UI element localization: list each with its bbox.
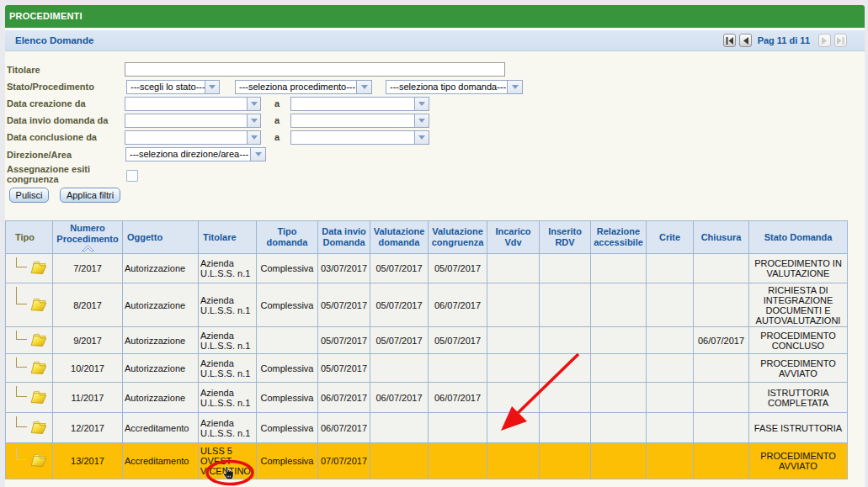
col-valutazione-domanda[interactable]: Valutazione domanda [370, 221, 429, 254]
stato-combo[interactable]: ---scegli lo stato--- [126, 80, 220, 94]
pulisci-button[interactable]: Pulisci [9, 188, 49, 203]
crite-cell [647, 383, 694, 413]
column-header-label: Relazione accessibile [594, 226, 643, 247]
stato-domanda-cell: PROCEDIMENTO CONCLUSO [749, 327, 848, 354]
table-row[interactable]: 11/2017AutorizzazioneAzienda U.L.S.S. n.… [6, 383, 848, 413]
data-invio-a[interactable] [290, 114, 429, 128]
stato-combo-value: ---scegli lo stato--- [126, 80, 205, 94]
data-invio-da[interactable] [125, 114, 261, 128]
data-conclusione-a[interactable] [290, 130, 429, 145]
data-invio-cell: 05/07/2017 [318, 354, 370, 383]
data-conclusione-a-value [290, 130, 414, 145]
titolare-cell[interactable]: Azienda U.L.S.S. n.1 [199, 354, 257, 383]
crite-cell [647, 327, 694, 354]
oggetto-cell: Autorizzazione [123, 327, 199, 354]
tipo-domanda-combo-dropdown-button[interactable] [507, 80, 523, 94]
col-valutazione-congruenza[interactable]: Valutazione congruenza [429, 221, 487, 254]
tipo-domanda-cell: Complessiva [257, 283, 318, 327]
titolare-cell[interactable]: Azienda U.L.S.S. n.1 [199, 413, 257, 443]
col-crite[interactable]: Crite [647, 221, 694, 254]
col-stato-domanda[interactable]: Stato Domanda [749, 221, 848, 254]
incarico-vdv-cell [487, 443, 540, 479]
chevron-down-icon [361, 85, 368, 89]
table-row[interactable]: 10/2017AutorizzazioneAzienda U.L.S.S. n.… [6, 354, 848, 383]
valutazione-congruenza-cell: 06/07/2017 [429, 283, 487, 327]
chiusura-cell [694, 354, 749, 383]
table-row[interactable]: 8/2017AutorizzazioneAzienda U.L.S.S. n.1… [6, 283, 848, 327]
data-creazione-a-value [290, 97, 414, 111]
data-creazione-da[interactable] [125, 97, 261, 111]
tipo-domanda-combo[interactable]: ---seleziona tipo domanda--- [386, 80, 523, 94]
data-invio-cell: 03/07/2017 [318, 254, 370, 283]
titolare-input[interactable] [125, 62, 505, 77]
folder-icon[interactable] [29, 389, 48, 407]
col-oggetto[interactable]: Oggetto [123, 221, 199, 254]
stato-domanda-cell: PROCEDIMENTO AVVIATO [749, 443, 848, 479]
titolare-cell[interactable]: Azienda U.L.S.S. n.1 [199, 383, 257, 413]
titolare-label: Titolare [7, 65, 125, 75]
table-row[interactable]: 7/2017AutorizzazioneAzienda U.L.S.S. n.1… [6, 254, 848, 283]
stato-combo-dropdown-button[interactable] [205, 80, 220, 94]
tipo-cell [6, 283, 53, 327]
data-invio-a-value [290, 114, 414, 128]
data-conclusione-da-dropdown-button[interactable] [247, 130, 261, 145]
oggetto-cell: Autorizzazione [123, 383, 199, 413]
numero-procedimento-cell: 10/2017 [53, 354, 123, 383]
stato-procedimento-label: Stato/Procedimento [7, 82, 125, 92]
folder-icon[interactable] [29, 359, 48, 378]
folder-icon[interactable] [29, 259, 48, 278]
crite-cell [647, 254, 694, 283]
assegnazione-esiti-checkbox[interactable] [126, 170, 138, 182]
tree-branch-icon [16, 447, 27, 460]
tipo-cell [6, 354, 53, 383]
data-invio-cell: 06/07/2017 [318, 413, 370, 443]
direzione-area-combo[interactable]: ---seleziona direzione/area--- [125, 147, 266, 161]
applica-filtri-button[interactable]: Applica filtri [60, 188, 120, 203]
col-chiusura[interactable]: Chiusura [694, 221, 749, 254]
chiusura-cell: 06/07/2017 [694, 327, 749, 354]
folder-icon[interactable] [29, 419, 48, 437]
stato-domanda-cell: PROCEDIMENTO IN VALUTAZIONE [749, 254, 848, 283]
valutazione-domanda-cell [370, 354, 429, 383]
titolare-cell[interactable]: Azienda U.L.S.S. n.1 [199, 283, 257, 327]
data-conclusione-da-value [125, 130, 247, 145]
col-inserito-rdv[interactable]: Inserito RDV [540, 221, 591, 254]
folder-icon[interactable] [29, 296, 48, 315]
chevron-down-icon [418, 135, 425, 140]
col-numero-procedimento[interactable]: Numero Procedimento [53, 221, 123, 254]
data-conclusione-da[interactable] [125, 130, 261, 145]
direzione-area-label: Direzione/Area [7, 150, 125, 160]
col-tipo-domanda[interactable]: Tipo domanda [257, 221, 318, 254]
crite-cell [647, 413, 694, 443]
data-invio-a-dropdown-button[interactable] [414, 114, 429, 128]
col-incarico-vdv[interactable]: Incarico Vdv [487, 221, 540, 254]
inserito-rdv-cell [540, 327, 591, 354]
folder-icon[interactable] [29, 452, 48, 470]
data-creazione-da-dropdown-button[interactable] [247, 97, 261, 111]
tree-branch-icon [16, 357, 27, 368]
procedimento-combo[interactable]: ---seleziona procedimento--- [235, 80, 372, 94]
valutazione-domanda-cell [370, 413, 429, 443]
table-row[interactable]: 13/2017AccreditamentoULSS 5 OVEST VICENT… [6, 443, 848, 479]
data-creazione-a-dropdown-button[interactable] [414, 97, 429, 111]
col-data-invio-domanda[interactable]: Data invio Domanda [318, 221, 370, 254]
numero-procedimento-cell: 7/2017 [53, 254, 123, 283]
table-row[interactable]: 12/2017AccreditamentoAzienda U.L.S.S. n.… [6, 413, 848, 443]
crite-cell [647, 443, 694, 479]
folder-icon[interactable] [29, 331, 48, 350]
direzione-area-combo-dropdown-button[interactable] [250, 147, 266, 161]
titolare-cell[interactable]: ULSS 5 OVEST VICENTINO [199, 443, 257, 479]
procedimento-combo-dropdown-button[interactable] [356, 80, 372, 94]
data-creazione-a[interactable] [290, 97, 429, 111]
col-titolare[interactable]: Titolare [199, 221, 257, 254]
numero-procedimento-cell: 8/2017 [53, 283, 123, 327]
table-row[interactable]: 9/2017AutorizzazioneAzienda U.L.S.S. n.1… [6, 327, 848, 354]
titolare-cell[interactable]: Azienda U.L.S.S. n.1 [199, 327, 257, 354]
titolare-cell[interactable]: Azienda U.L.S.S. n.1 [199, 254, 257, 283]
data-conclusione-a-dropdown-button[interactable] [414, 130, 429, 145]
sort-ascending-icon[interactable] [81, 245, 95, 251]
incarico-vdv-cell [487, 413, 540, 443]
col-relazione-accessibile[interactable]: Relazione accessibile [591, 221, 647, 254]
data-creazione-label: Data creazione da [7, 98, 125, 109]
data-invio-da-dropdown-button[interactable] [247, 114, 261, 128]
